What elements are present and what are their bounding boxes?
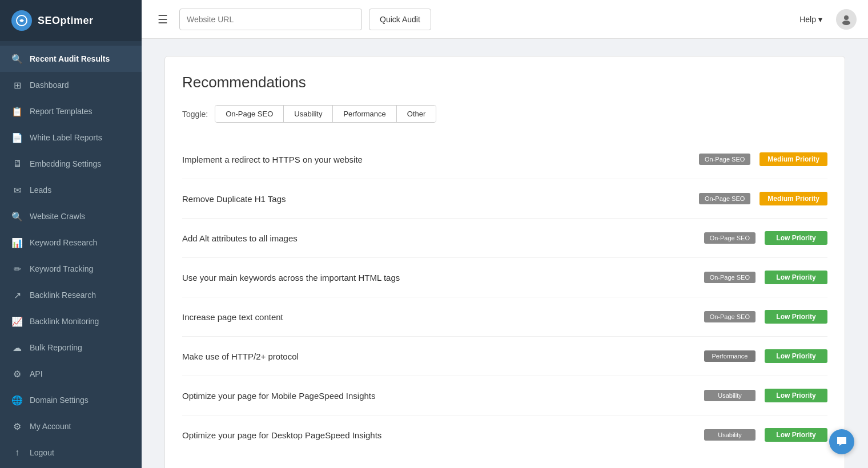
sidebar-label-embedding: Embedding Settings	[30, 159, 101, 168]
sidebar-item-logout[interactable]: ↑ Logout	[0, 439, 142, 466]
sidebar-label-website-crawls: Website Crawls	[30, 212, 85, 221]
rec-category: On-Page SEO	[699, 154, 750, 165]
sidebar-label-backlink-research: Backlink Research	[30, 291, 96, 300]
rec-priority: Low Priority	[765, 428, 827, 442]
rec-category: Usability	[704, 429, 756, 441]
toggle-row: Toggle: On-Page SEOUsabilityPerformanceO…	[182, 105, 827, 123]
sidebar-nav: 🔍 Recent Audit Results ⊞ Dashboard 📋 Rep…	[0, 41, 142, 468]
toggle-tabs: On-Page SEOUsabilityPerformanceOther	[215, 105, 436, 123]
svg-point-1	[844, 15, 849, 20]
sidebar-icon-logout: ↑	[11, 447, 23, 458]
logo[interactable]: SEOptimer	[0, 0, 142, 41]
help-arrow: ▾	[818, 15, 822, 24]
toggle-tab-performance[interactable]: Performance	[333, 106, 396, 122]
hamburger-button[interactable]: ☰	[153, 8, 172, 31]
sidebar-item-backlink-monitoring[interactable]: 📈 Backlink Monitoring	[0, 308, 142, 334]
rec-text: Implement a redirect to HTTPS on your we…	[182, 155, 690, 164]
sidebar-item-keyword-research[interactable]: 📊 Keyword Research	[0, 229, 142, 256]
sidebar-item-api[interactable]: ⚙ API	[0, 361, 142, 387]
chat-bubble[interactable]	[829, 429, 854, 454]
sidebar-item-website-crawls[interactable]: 🔍 Website Crawls	[0, 203, 142, 229]
sidebar-label-keyword-research: Keyword Research	[30, 238, 97, 247]
help-button[interactable]: Help ▾	[793, 10, 829, 29]
rec-text: Optimize your page for Mobile PageSpeed …	[182, 391, 695, 401]
rec-text: Remove Duplicate H1 Tags	[182, 194, 690, 204]
sidebar-item-report-templates[interactable]: 📋 Report Templates	[0, 98, 142, 124]
sidebar-label-recent-audit: Recent Audit Results	[30, 54, 110, 63]
rec-category: On-Page SEO	[704, 311, 756, 322]
sidebar-icon-embedding: 🖥	[11, 158, 23, 170]
rec-text: Add Alt attributes to all images	[182, 233, 695, 243]
sidebar-icon-backlink-monitoring: 📈	[11, 316, 23, 327]
sidebar-label-keyword-tracking: Keyword Tracking	[30, 264, 93, 273]
sidebar-icon-leads: ✉	[11, 184, 23, 196]
sidebar-icon-report-templates: 📋	[11, 106, 23, 117]
sidebar: SEOptimer 🔍 Recent Audit Results ⊞ Dashb…	[0, 0, 142, 468]
toggle-tab-on-page-seo[interactable]: On-Page SEO	[215, 106, 284, 122]
rec-category: Performance	[704, 350, 756, 362]
rec-row: Optimize your page for Desktop PageSpeed…	[182, 415, 827, 454]
rec-priority: Low Priority	[765, 271, 827, 284]
sidebar-item-domain-settings[interactable]: 🌐 Domain Settings	[0, 387, 142, 413]
rec-priority: Medium Priority	[760, 192, 827, 205]
rec-text: Increase page text content	[182, 312, 695, 322]
rec-priority: Low Priority	[765, 310, 827, 324]
rec-category: On-Page SEO	[699, 193, 750, 204]
content-card: Recommendations Toggle: On-Page SEOUsabi…	[164, 56, 845, 468]
page-title: Recommendations	[182, 74, 827, 91]
sidebar-icon-bulk-reporting: ☁	[11, 342, 23, 353]
sidebar-icon-keyword-research: 📊	[11, 237, 23, 248]
rec-text: Use your main keywords across the import…	[182, 273, 695, 283]
main-area: ☰ Quick Audit Help ▾ Recommendations Tog…	[142, 0, 868, 468]
url-input[interactable]	[179, 9, 362, 30]
rec-priority: Medium Priority	[760, 152, 827, 166]
recommendations-list: Implement a redirect to HTTPS on your we…	[182, 140, 827, 454]
sidebar-icon-white-label: 📄	[11, 132, 23, 143]
rec-priority: Low Priority	[765, 349, 827, 363]
rec-row: Use your main keywords across the import…	[182, 258, 827, 297]
rec-row: Remove Duplicate H1 Tags On-Page SEO Med…	[182, 179, 827, 219]
sidebar-label-leads: Leads	[30, 185, 51, 195]
user-avatar[interactable]	[836, 9, 857, 30]
logo-text: SEOptimer	[38, 15, 94, 27]
sidebar-label-logout: Logout	[30, 448, 54, 457]
sidebar-icon-keyword-tracking: ✏	[11, 263, 23, 275]
sidebar-icon-my-account: ⚙	[11, 421, 23, 432]
sidebar-item-embedding[interactable]: 🖥 Embedding Settings	[0, 151, 142, 177]
logo-icon	[11, 10, 32, 31]
svg-point-2	[842, 21, 850, 25]
header: ☰ Quick Audit Help ▾	[142, 0, 868, 39]
sidebar-label-report-templates: Report Templates	[30, 107, 92, 116]
sidebar-icon-recent-audit: 🔍	[11, 53, 23, 64]
toggle-label: Toggle:	[182, 110, 208, 119]
sidebar-item-backlink-research[interactable]: ↗ Backlink Research	[0, 282, 142, 308]
rec-text: Optimize your page for Desktop PageSpeed…	[182, 430, 695, 440]
sidebar-label-domain-settings: Domain Settings	[30, 396, 89, 405]
sidebar-icon-website-crawls: 🔍	[11, 211, 23, 222]
sidebar-label-dashboard: Dashboard	[30, 80, 69, 90]
sidebar-item-recent-audit[interactable]: 🔍 Recent Audit Results	[0, 46, 142, 72]
sidebar-item-my-account[interactable]: ⚙ My Account	[0, 413, 142, 439]
sidebar-item-keyword-tracking[interactable]: ✏ Keyword Tracking	[0, 256, 142, 282]
sidebar-icon-api: ⚙	[11, 368, 23, 380]
toggle-tab-usability[interactable]: Usability	[284, 106, 333, 122]
rec-row: Make use of HTTP/2+ protocol Performance…	[182, 337, 827, 376]
content-area: Recommendations Toggle: On-Page SEOUsabi…	[142, 39, 868, 468]
rec-category: On-Page SEO	[704, 232, 756, 244]
rec-category: Usability	[704, 390, 756, 401]
sidebar-item-bulk-reporting[interactable]: ☁ Bulk Reporting	[0, 334, 142, 361]
rec-priority: Low Priority	[765, 389, 827, 402]
sidebar-label-bulk-reporting: Bulk Reporting	[30, 343, 82, 352]
rec-row: Add Alt attributes to all images On-Page…	[182, 219, 827, 258]
sidebar-label-my-account: My Account	[30, 422, 71, 431]
sidebar-item-white-label[interactable]: 📄 White Label Reports	[0, 124, 142, 151]
help-label: Help	[799, 15, 816, 24]
rec-row: Increase page text content On-Page SEO L…	[182, 297, 827, 337]
rec-priority: Low Priority	[765, 231, 827, 245]
toggle-tab-other[interactable]: Other	[397, 106, 436, 122]
sidebar-item-leads[interactable]: ✉ Leads	[0, 177, 142, 203]
sidebar-icon-domain-settings: 🌐	[11, 394, 23, 406]
quick-audit-button[interactable]: Quick Audit	[369, 9, 431, 30]
sidebar-label-backlink-monitoring: Backlink Monitoring	[30, 317, 99, 326]
sidebar-item-dashboard[interactable]: ⊞ Dashboard	[0, 72, 142, 98]
